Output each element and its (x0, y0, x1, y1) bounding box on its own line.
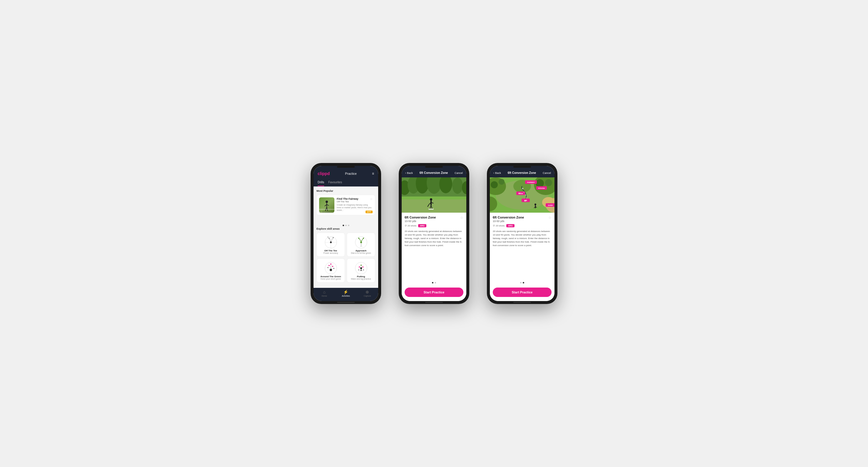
nav-capture-label: Capture (364, 295, 371, 297)
skill-card-approach[interactable]: Approach Dial-in to hit the green (347, 233, 375, 257)
p2-shots: ⏱ 20 shots (405, 224, 416, 227)
svg-point-17 (360, 241, 362, 243)
start-practice-button[interactable]: Start Practice (405, 288, 463, 297)
svg-point-29 (327, 267, 329, 268)
clock-icon: ⏱ (493, 224, 495, 227)
nav-home-label: Home (321, 295, 327, 297)
p3-favourite-icon[interactable]: ☆ (548, 215, 552, 220)
p3-description: 20 shots are randomly generated at dista… (493, 230, 552, 247)
cancel-button[interactable]: Cancel (455, 171, 463, 174)
most-popular-label: Most Popular (316, 190, 375, 192)
p1-header: clippd Practice ≡ (313, 166, 378, 179)
back-button[interactable]: ‹ Back (405, 171, 413, 174)
p1-tabs: Drills Favourites (313, 179, 378, 187)
nav-capture[interactable]: ⊕ Capture (357, 290, 378, 297)
svg-point-28 (333, 268, 334, 269)
dot-1 (432, 282, 433, 283)
svg-line-2 (325, 204, 327, 206)
putting-icon (354, 261, 368, 275)
clock-icon: ⏱ (319, 211, 321, 213)
arg-badge: ARG (418, 224, 426, 227)
nav-home[interactable]: ⌂ Home (313, 290, 335, 297)
drill-title: Find The Fairway (337, 197, 373, 200)
skill-atg-desc: Hone your short game (320, 278, 341, 280)
p1-header-title: Practice (345, 172, 357, 175)
hamburger-icon[interactable]: ≡ (372, 171, 374, 176)
svg-point-87 (524, 192, 525, 193)
skill-ott-desc: Power accuracy (323, 252, 338, 254)
p3-start-practice-button[interactable]: Start Practice (493, 288, 552, 297)
svg-point-45 (452, 177, 463, 194)
svg-rect-48 (402, 199, 466, 213)
ott-badge: OTT (366, 210, 373, 213)
svg-point-15 (327, 236, 329, 238)
svg-point-25 (330, 263, 332, 265)
skill-ott-name: Off The Tee (324, 249, 337, 252)
svg-point-26 (332, 266, 333, 267)
explore-label: Explore skill areas (316, 227, 375, 230)
dot-2 (345, 225, 347, 226)
skill-card-putting[interactable]: Putting Make and lag practice (347, 259, 375, 282)
svg-point-35 (363, 269, 364, 270)
drill-shots: ⏱ 10 shots (319, 211, 330, 213)
svg-text:Miss: Miss (518, 192, 523, 194)
phone-2: ‹ Back 6ft Conversion Zone Cancel (399, 163, 469, 304)
p2-dots (402, 280, 466, 285)
svg-line-3 (327, 204, 329, 206)
favourite-icon[interactable]: ☆ (370, 197, 373, 201)
svg-point-84 (525, 200, 526, 201)
p3-arg-badge: ARG (506, 224, 515, 227)
home-icon: ⌂ (323, 290, 325, 294)
p1-nav: ⌂ Home ⚡ Activities ⊕ Capture (313, 288, 378, 301)
p3-header-title: 6ft Conversion Zone (508, 171, 536, 174)
p2-favourite-icon[interactable]: ☆ (460, 215, 463, 220)
svg-point-49 (430, 198, 432, 201)
atg-icon (324, 261, 338, 275)
tab-favourites[interactable]: Favourites (328, 179, 342, 186)
svg-point-18 (363, 238, 364, 239)
dot-1 (520, 282, 522, 283)
p3-back-button[interactable]: ‹ Back (493, 171, 501, 174)
phone-1-screen: clippd Practice ≡ Drills Favourites Most… (313, 166, 378, 301)
p2-range: 10-50 yds (405, 220, 436, 223)
svg-point-14 (333, 237, 334, 238)
svg-point-68 (545, 179, 552, 186)
drill-card[interactable]: Find The Fairway Off The Tee Create an i… (316, 195, 375, 215)
skill-atg-name: Around The Green (320, 275, 341, 278)
svg-point-66 (499, 179, 504, 185)
nav-activities[interactable]: ⚡ Activities (335, 290, 356, 297)
activities-icon: ⚡ (343, 290, 348, 294)
dot-2 (523, 282, 524, 283)
capture-icon: ⊕ (366, 290, 369, 294)
p3-cancel-button[interactable]: Cancel (543, 171, 551, 174)
p3-meta: ⏱ 20 shots ARG (493, 224, 552, 227)
skill-card-atg[interactable]: Around The Green Hone your short game (316, 259, 345, 282)
p1-content: Most Popular (313, 187, 378, 288)
svg-point-0 (326, 201, 328, 203)
drill-footer: ⏱ 10 shots OTT (319, 209, 373, 213)
tab-drills[interactable]: Drills (318, 179, 324, 186)
svg-point-19 (358, 238, 360, 239)
skill-putting-desc: Make and lag practice (351, 278, 371, 280)
chevron-left-icon: ‹ (493, 171, 494, 174)
svg-text:FAIRWAY: FAIRWAY (527, 181, 535, 183)
ott-icon (324, 235, 338, 249)
drill-photo (402, 177, 466, 213)
p3-dots (490, 280, 555, 285)
svg-text:SAND: SAND (548, 204, 553, 206)
drill-subtitle: Off The Tee (337, 200, 373, 203)
skill-approach-name: Approach (355, 249, 366, 252)
p2-meta: ⏱ 20 shots ARG (405, 224, 463, 227)
p3-footer: Start Practice (490, 285, 555, 301)
phone-2-screen: ‹ Back 6ft Conversion Zone Cancel (402, 166, 466, 301)
chevron-left-icon: ‹ (405, 171, 406, 174)
svg-point-13 (329, 238, 330, 239)
skill-card-ott[interactable]: Off The Tee Power accuracy (316, 233, 345, 257)
svg-point-32 (361, 265, 362, 266)
skill-approach-desc: Dial-in to hit the green (351, 252, 371, 254)
p2-footer: Start Practice (402, 285, 466, 301)
phone-1: clippd Practice ≡ Drills Favourites Most… (311, 163, 381, 304)
p3-range: 10-50 yds (493, 220, 524, 223)
svg-point-86 (525, 195, 526, 196)
carousel-dots (316, 224, 375, 227)
